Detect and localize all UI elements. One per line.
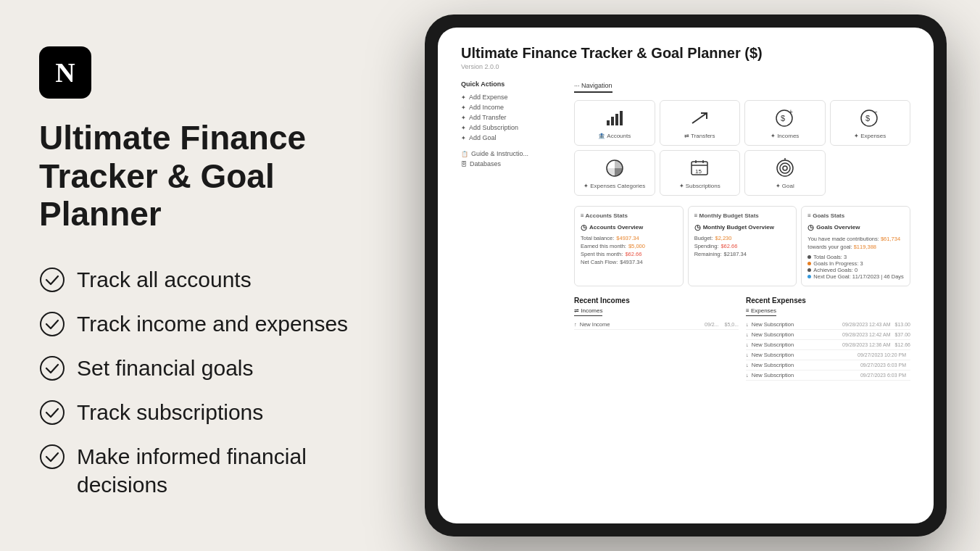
budget-stats-header: ≡ Monthly Budget Stats — [694, 212, 791, 219]
check-icon — [39, 267, 65, 293]
svg-text:+: + — [789, 109, 793, 116]
expense-item-2-amount: $37.00 — [895, 332, 910, 337]
budget-spending: Spending: $62.66 — [694, 243, 791, 249]
expense-item-4-date: 09/27/2023 10:20 PM — [858, 352, 906, 357]
goals-progress-dot — [807, 262, 811, 265]
expense-item-6-label: New Subscription — [752, 372, 794, 378]
svg-rect-6 — [611, 117, 614, 125]
expense-item-6-date: 09/27/2023 6:03 PM — [860, 373, 906, 378]
accounts-stats-header: ≡ Accounts Stats — [581, 212, 677, 219]
svg-rect-5 — [607, 120, 610, 125]
expense-item-5-label: New Subscription — [752, 362, 794, 368]
expense-item-2: ↓ New Subscription 09/28/2023 12:42 AM $… — [746, 330, 910, 340]
sidebar-add-transfer[interactable]: ✦ Add Transfer — [461, 112, 562, 123]
nav-card-expense-categories[interactable]: ✦ Expenses Categories — [574, 150, 655, 196]
expense-item-3-date: 09/28/2023 12:36 AM — [842, 342, 891, 347]
feature-make-decisions: Make informed financial decisions — [39, 436, 367, 505]
sidebar-add-expense[interactable]: ✦ Add Expense — [461, 92, 562, 102]
nav-card-expenses[interactable]: $ − ✦ Expenses — [830, 100, 911, 146]
recent-expenses-tab[interactable]: ≡ Expenses — [746, 307, 776, 316]
svg-point-1 — [41, 312, 64, 336]
incomes-nav-label: ✦ Incomes — [771, 133, 799, 139]
expense-item-2-icon: ↓ — [746, 331, 749, 338]
feature-set-goals: Set financial goals — [39, 348, 367, 388]
goals-stats-title: ◷ Goals Overview — [807, 223, 904, 231]
recent-expenses-title: Recent Expenses — [746, 297, 910, 304]
budget-amount: Budget: $2,230 — [694, 235, 791, 241]
notion-sidebar: Quick Actions ✦ Add Expense ✦ Add Income… — [461, 80, 562, 511]
accounts-stats-title: ◷ Accounts Overview — [581, 223, 677, 231]
guide-icon: 📋 — [461, 151, 468, 157]
incomes-nav-icon: $ + — [775, 107, 795, 130]
goals-total-dot — [807, 255, 811, 259]
svg-point-4 — [41, 445, 64, 468]
expense-item-6: ↓ New Subscription 09/27/2023 6:03 PM — [746, 370, 910, 381]
goals-stats-header: ≡ Goals Stats — [807, 212, 904, 219]
recent-row: Recent Incomes ⇌ Incomes ↑ New Income — [574, 297, 910, 381]
expense-categories-nav-icon — [605, 157, 625, 180]
income-item: ↑ New Income 09/2... $5,0... — [574, 320, 739, 330]
income-item-amount: $5,0... — [725, 322, 739, 327]
notion-content: Ultimate Finance Tracker & Goal Planner … — [438, 28, 934, 523]
add-subscription-icon: ✦ — [461, 125, 466, 131]
budget-remaining: Remaining: $2187.34 — [694, 251, 791, 257]
goals-total: Total Goals: 3 — [807, 254, 904, 260]
accounts-spent-month: Spent this month: $62.66 — [581, 251, 677, 257]
notion-logo: N — [39, 46, 91, 99]
recent-expenses-section: Recent Expenses ≡ Expenses ↓ New Subscri… — [746, 297, 910, 381]
expense-item-1-amount: $13.00 — [895, 322, 910, 327]
expense-item-4-label: New Subscription — [752, 352, 794, 358]
sidebar-add-subscription-label: Add Subscription — [469, 124, 518, 131]
databases-icon: 🗄 — [461, 161, 467, 167]
tablet-mockup: Ultimate Finance Tracker & Goal Planner … — [425, 14, 947, 536]
nav-card-goal[interactable]: ✦ Goal — [744, 150, 826, 196]
expense-item-2-date: 09/28/2023 12:42 AM — [842, 332, 891, 337]
stats-row: ≡ Accounts Stats ◷ Accounts Overview Tot… — [574, 206, 910, 286]
svg-point-3 — [41, 401, 64, 424]
recent-incomes-tab-label: ⇌ Incomes — [574, 307, 602, 314]
accounts-nav-label-icon: 🏦 — [598, 133, 605, 139]
recent-expenses-tab-label: ≡ Expenses — [746, 307, 776, 314]
goals-contributions-text: You have made contributions: $61,734 tow… — [807, 235, 904, 252]
sidebar-add-goal-label: Add Goal — [469, 134, 497, 141]
expense-item-2-label: New Subscription — [752, 331, 794, 338]
subscriptions-nav-icon: 15 — [689, 157, 710, 180]
app-title: Ultimate Finance Tracker & Goal Planner — [39, 119, 367, 234]
feature-text: Track all accounts — [77, 265, 252, 294]
recent-incomes-section: Recent Incomes ⇌ Incomes ↑ New Income — [574, 297, 739, 381]
sidebar-add-income-label: Add Income — [469, 104, 504, 111]
sidebar-guide[interactable]: 📋 Guide & Instructio... — [461, 149, 562, 159]
sidebar-databases[interactable]: 🗄 Databases — [461, 159, 562, 169]
svg-point-24 — [783, 166, 787, 170]
sidebar-add-expense-label: Add Expense — [469, 94, 508, 101]
expense-item-3-label: New Subscription — [752, 341, 794, 348]
sidebar-add-goal[interactable]: ✦ Add Goal — [461, 133, 562, 143]
feature-text: Make informed financial decisions — [77, 442, 367, 499]
expense-item-3-amount: $12.66 — [895, 342, 910, 347]
navigation-tab[interactable]: ··· Navigation — [574, 82, 612, 93]
accounts-stats-card: ≡ Accounts Stats ◷ Accounts Overview Tot… — [574, 206, 684, 286]
nav-card-subscriptions[interactable]: 15 ✦ Subscriptions — [660, 150, 741, 196]
expense-item-3: ↓ New Subscription 09/28/2023 12:36 AM $… — [746, 340, 910, 350]
check-icon — [39, 444, 65, 470]
expense-item-1: ↓ New Subscription 09/28/2023 12:43 AM $… — [746, 320, 910, 330]
notion-version: Version 2.0.0 — [461, 63, 910, 70]
feature-track-subscriptions: Track subscriptions — [39, 392, 367, 432]
goal-nav-label-icon: ✦ — [776, 183, 781, 189]
expense-item-6-icon: ↓ — [746, 372, 749, 378]
nav-card-incomes[interactable]: $ + ✦ Incomes — [744, 100, 826, 146]
expense-item-4-icon: ↓ — [746, 352, 749, 358]
recent-incomes-tab[interactable]: ⇌ Incomes — [574, 307, 602, 316]
svg-point-0 — [41, 268, 64, 291]
sidebar-add-income[interactable]: ✦ Add Income — [461, 102, 562, 112]
nav-card-transfers[interactable]: ⇄ Transfers — [660, 100, 741, 146]
transfers-nav-label: ⇄ Transfers — [684, 133, 715, 139]
svg-text:$: $ — [865, 114, 870, 123]
nav-card-accounts[interactable]: 🏦 Accounts — [574, 100, 655, 146]
tablet-screen: Ultimate Finance Tracker & Goal Planner … — [438, 28, 934, 523]
svg-rect-8 — [620, 111, 623, 125]
sidebar-add-subscription[interactable]: ✦ Add Subscription — [461, 123, 562, 133]
income-item-date: 09/2... — [705, 322, 718, 327]
add-goal-icon: ✦ — [461, 135, 466, 141]
svg-text:$: $ — [781, 114, 785, 123]
